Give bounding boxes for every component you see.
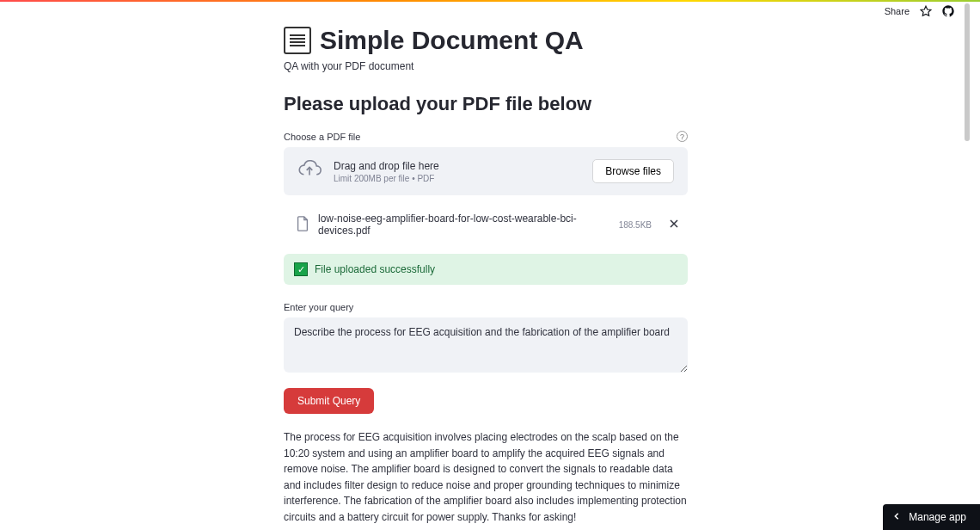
- app-title: Simple Document QA: [284, 26, 688, 55]
- chevron-left-icon: [893, 511, 900, 523]
- uploaded-file-name: low-noise-eeg-amplifier-board-for-low-co…: [318, 213, 610, 237]
- file-uploader-label: Choose a PDF file ?: [284, 131, 688, 142]
- browse-files-button[interactable]: Browse files: [592, 159, 674, 183]
- submit-query-button[interactable]: Submit Query: [284, 388, 374, 414]
- drop-text: Drag and drop file here: [334, 160, 580, 172]
- help-icon[interactable]: ?: [677, 131, 688, 142]
- uploaded-file-size: 188.5KB: [619, 220, 652, 230]
- answer-text: The process for EEG acquisition involves…: [284, 429, 688, 526]
- document-icon: [284, 27, 311, 54]
- cloud-upload-icon: [297, 160, 322, 182]
- file-icon: [296, 216, 309, 234]
- uploaded-file-row: low-noise-eeg-amplifier-board-for-low-co…: [284, 207, 688, 242]
- app-subtitle: QA with your PDF document: [284, 60, 688, 72]
- manage-app-button[interactable]: Manage app: [883, 504, 980, 530]
- manage-app-label: Manage app: [909, 511, 966, 523]
- query-label: Enter your query: [284, 302, 688, 312]
- upload-heading: Please upload your PDF file below: [284, 93, 688, 115]
- success-message: File uploaded successfully: [315, 263, 435, 275]
- remove-file-button[interactable]: [669, 218, 679, 231]
- choose-file-label: Choose a PDF file: [284, 132, 360, 142]
- query-input[interactable]: [284, 317, 688, 373]
- app-title-text: Simple Document QA: [320, 26, 584, 55]
- check-icon: ✓: [294, 262, 308, 276]
- success-banner: ✓ File uploaded successfully: [284, 254, 688, 285]
- limit-text: Limit 200MB per file • PDF: [334, 174, 580, 183]
- scrollbar[interactable]: [965, 3, 970, 141]
- file-dropzone[interactable]: Drag and drop file here Limit 200MB per …: [284, 147, 688, 195]
